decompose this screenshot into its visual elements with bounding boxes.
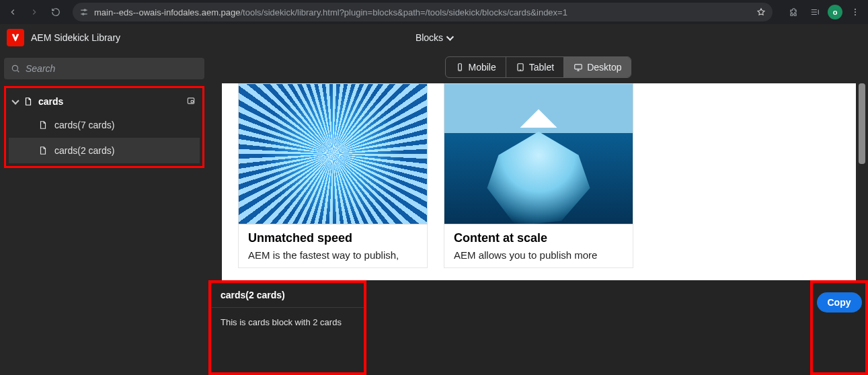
device-tablet-label: Tablet: [529, 62, 554, 73]
browser-chrome: main--eds--owais-infodales.aem.page/tool…: [0, 0, 868, 24]
svg-point-3: [855, 11, 856, 13]
svg-point-5: [12, 65, 17, 71]
arrow-left-icon: [8, 7, 17, 17]
preview-viewport: Unmatched speed AEM is the fastest way t…: [208, 83, 868, 375]
copy-button-label: Copy: [828, 297, 851, 308]
adobe-logo: [7, 29, 24, 46]
device-tablet[interactable]: Tablet: [506, 57, 563, 77]
adobe-logo-icon: [10, 32, 21, 43]
tree-item-label: cards(7 cards): [54, 120, 114, 130]
tree-group-label: cards: [38, 96, 63, 107]
chrome-menu-button[interactable]: [846, 3, 864, 21]
history-forward-button[interactable]: [26, 3, 43, 21]
svg-rect-10: [575, 65, 582, 69]
tree-group-cards[interactable]: cards: [9, 91, 200, 112]
document-icon: [24, 97, 33, 106]
preview-toggle-button[interactable]: [186, 96, 196, 108]
preview-icon: [186, 96, 196, 106]
svg-point-2: [855, 9, 856, 10]
tree-item-cards-2[interactable]: cards(2 cards): [9, 138, 200, 163]
card-body: AEM is the fastest way to publish,: [248, 249, 418, 261]
search-icon: [11, 64, 20, 73]
profile-avatar[interactable]: o: [828, 5, 842, 19]
copy-button[interactable]: Copy: [817, 292, 862, 312]
mobile-icon: [455, 62, 465, 72]
reading-list-icon: [810, 7, 820, 17]
tree-item-cards-7[interactable]: cards(7 cards): [9, 112, 200, 138]
device-desktop-label: Desktop: [587, 62, 621, 73]
device-bar: Mobile Tablet Desktop: [208, 51, 868, 83]
card-body: AEM allows you to publish more: [454, 249, 623, 261]
svg-point-7: [191, 100, 194, 103]
document-icon: [38, 146, 48, 155]
app-title: AEM Sidekick Library: [31, 32, 120, 43]
tablet-icon: [516, 62, 525, 72]
arrow-right-icon: [30, 7, 39, 17]
block-info-left: cards(2 cards) This is cards block with …: [208, 280, 366, 375]
scrollbar-thumb[interactable]: [859, 83, 865, 164]
chevron-down-icon: [13, 96, 18, 107]
history-back-button[interactable]: [4, 3, 22, 21]
block-info-label: cards(2 cards): [211, 283, 364, 308]
search-box[interactable]: [4, 58, 204, 79]
device-segmented: Mobile Tablet Desktop: [445, 56, 632, 78]
tune-icon: [79, 7, 89, 17]
preview-card: Unmatched speed AEM is the fastest way t…: [238, 83, 428, 268]
preview-card: Content at scale AEM allows you to publi…: [444, 83, 633, 268]
url-text: main--eds--owais-infodales.aem.page/tool…: [94, 7, 751, 17]
reading-list-button[interactable]: [806, 3, 824, 21]
main-panel: Mobile Tablet Desktop Unmatc: [208, 51, 868, 375]
search-input[interactable]: [26, 63, 198, 74]
plugin-dropdown[interactable]: Blocks: [416, 32, 452, 43]
document-icon: [38, 120, 48, 130]
desktop-icon: [574, 62, 583, 72]
card-title: Unmatched speed: [248, 231, 418, 245]
extensions-button[interactable]: [785, 3, 802, 21]
block-tree: cards cards(7 cards) cards(2 cards): [4, 86, 204, 168]
device-mobile[interactable]: Mobile: [446, 57, 506, 77]
block-info-bar: cards(2 cards) This is cards block with …: [208, 280, 868, 375]
star-icon[interactable]: [756, 7, 766, 17]
card-image: [444, 83, 633, 224]
svg-point-4: [855, 14, 856, 15]
reload-icon: [51, 7, 61, 17]
plugin-dropdown-label: Blocks: [416, 32, 443, 43]
device-desktop[interactable]: Desktop: [563, 57, 631, 77]
tree-item-label: cards(2 cards): [54, 145, 114, 156]
kebab-icon: [851, 7, 860, 17]
app-header: AEM Sidekick Library Blocks: [0, 24, 868, 51]
reload-button[interactable]: [47, 3, 65, 21]
avatar-initial: o: [833, 8, 838, 16]
site-info-button[interactable]: [79, 7, 89, 17]
device-mobile-label: Mobile: [469, 62, 496, 73]
block-info-desc: This is cards block with 2 cards: [211, 308, 364, 337]
puzzle-icon: [789, 7, 798, 17]
card-title: Content at scale: [454, 231, 623, 245]
block-info-right: Copy: [810, 280, 868, 375]
card-image: [238, 83, 428, 224]
sidebar: cards cards(7 cards) cards(2 cards): [0, 51, 208, 375]
chevron-down-icon: [447, 32, 452, 43]
url-bar[interactable]: main--eds--owais-infodales.aem.page/tool…: [73, 3, 773, 22]
